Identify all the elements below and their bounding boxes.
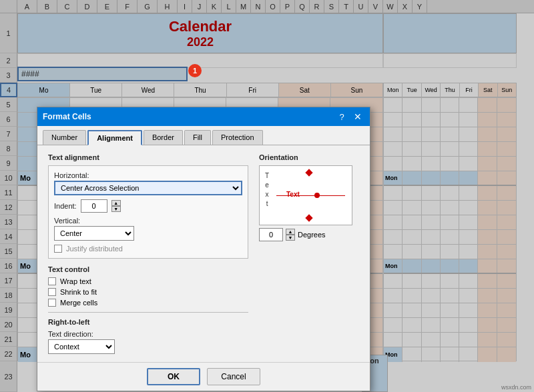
rtl-label: Right-to-left bbox=[48, 318, 248, 326]
orientation-dot[interactable] bbox=[314, 193, 320, 198]
shrink-to-fit-checkbox[interactable] bbox=[48, 288, 56, 296]
indent-row: Indent: ▲ ▼ bbox=[54, 199, 242, 213]
text-control-section: Text control Wrap text Shrink to fit Mer… bbox=[48, 265, 248, 307]
orientation-diamond-top[interactable] bbox=[305, 169, 312, 176]
text-control-label: Text control bbox=[48, 265, 248, 273]
degrees-label: Degrees bbox=[298, 231, 326, 239]
dialog-tab-bar: Number Alignment Border Fill Protection bbox=[37, 126, 370, 145]
dialog-left-panel: Text alignment Horizontal: Center Across… bbox=[48, 153, 248, 354]
degrees-spin-down[interactable]: ▼ bbox=[286, 235, 295, 241]
dialog-body: Text alignment Horizontal: Center Across… bbox=[37, 145, 370, 362]
degrees-spin-up[interactable]: ▲ bbox=[286, 229, 295, 235]
divider bbox=[48, 312, 248, 313]
cancel-button[interactable]: Cancel bbox=[207, 368, 260, 385]
shrink-to-fit-item: Shrink to fit bbox=[48, 288, 248, 296]
dialog-right-panel: Orientation T e x t Text bbox=[259, 153, 359, 354]
dialog-titlebar: Format Cells ? ✕ bbox=[37, 107, 370, 126]
tab-protection[interactable]: Protection bbox=[212, 130, 263, 145]
horizontal-label: Horizontal: bbox=[54, 171, 242, 179]
ok-button[interactable]: OK bbox=[147, 368, 200, 385]
tab-alignment[interactable]: Alignment bbox=[87, 130, 142, 145]
indent-spin-up[interactable]: ▲ bbox=[111, 200, 121, 206]
justify-distributed-checkbox[interactable] bbox=[54, 245, 62, 253]
wrap-text-label: Wrap text bbox=[60, 277, 91, 285]
orientation-e: e bbox=[265, 181, 269, 190]
orientation-diamond-bottom[interactable] bbox=[305, 214, 312, 221]
dialog-footer: OK Cancel bbox=[37, 362, 370, 391]
shrink-to-fit-label: Shrink to fit bbox=[60, 288, 97, 296]
vertical-select[interactable]: Center bbox=[54, 226, 134, 241]
dialog-title: Format Cells bbox=[43, 112, 91, 121]
merge-cells-checkbox[interactable] bbox=[48, 299, 56, 307]
format-cells-dialog: Format Cells ? ✕ Number Alignment Border… bbox=[37, 107, 370, 391]
merge-cells-label: Merge cells bbox=[60, 299, 97, 307]
tab-border[interactable]: Border bbox=[144, 130, 183, 145]
text-alignment-section-label: Text alignment bbox=[48, 153, 248, 161]
merge-cells-item: Merge cells bbox=[48, 299, 248, 307]
orientation-text-label: Text bbox=[286, 191, 300, 198]
wrap-text-item: Wrap text bbox=[48, 277, 248, 285]
indent-spin-down[interactable]: ▼ bbox=[111, 206, 121, 212]
text-direction-label: Text direction: bbox=[48, 330, 248, 338]
justify-distributed-label: Justify distributed bbox=[66, 245, 123, 253]
tab-number[interactable]: Number bbox=[43, 130, 86, 145]
horizontal-select[interactable]: Center Across Selection bbox=[54, 181, 242, 195]
degrees-row: ▲ ▼ Degrees bbox=[259, 228, 359, 241]
degrees-input[interactable] bbox=[259, 228, 283, 241]
vertical-label: Vertical: bbox=[54, 217, 242, 225]
text-direction-select[interactable]: Context bbox=[48, 339, 115, 354]
rtl-section: Right-to-left Text direction: Context bbox=[48, 318, 248, 354]
indent-spin-buttons: ▲ ▼ bbox=[111, 200, 121, 212]
tab-fill[interactable]: Fill bbox=[184, 130, 211, 145]
badge-1: 1 bbox=[188, 64, 202, 77]
orientation-x: x bbox=[266, 190, 269, 199]
orientation-t: T bbox=[265, 171, 269, 181]
orientation-t2: t bbox=[266, 199, 268, 209]
orientation-box: T e x t Text bbox=[259, 165, 352, 225]
orientation-label: Orientation bbox=[259, 153, 359, 161]
degrees-spin: ▲ ▼ bbox=[286, 229, 295, 241]
dialog-help-button[interactable]: ? bbox=[335, 110, 348, 123]
indent-label: Indent: bbox=[54, 202, 77, 210]
dialog-close-button[interactable]: ✕ bbox=[351, 110, 364, 123]
indent-input[interactable] bbox=[81, 199, 107, 213]
wrap-text-checkbox[interactable] bbox=[48, 277, 56, 285]
